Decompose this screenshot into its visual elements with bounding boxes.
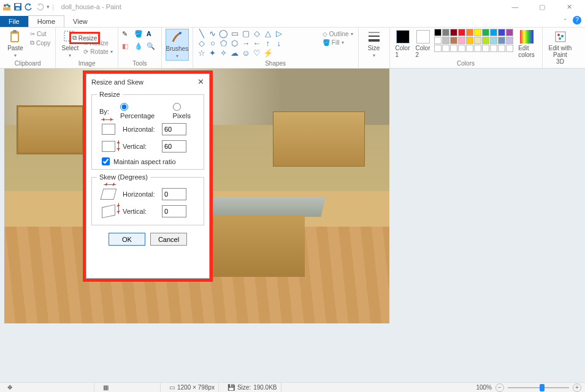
undo-icon[interactable]: [25, 2, 33, 11]
color-swatch[interactable]: [474, 29, 481, 36]
text-icon[interactable]: A: [147, 30, 158, 37]
maximize-button[interactable]: ▢: [533, 3, 551, 11]
color2-button[interactable]: Color2: [414, 29, 432, 59]
color-swatch[interactable]: [442, 37, 449, 44]
color-swatch[interactable]: [458, 37, 465, 44]
redo-icon[interactable]: [36, 2, 44, 11]
tab-view[interactable]: View: [64, 16, 96, 27]
eyedropper-icon[interactable]: 💧: [134, 42, 145, 50]
ok-button[interactable]: OK: [109, 233, 145, 246]
skew-fieldset: Skew (Degrees) Horizontal: Vertical:: [91, 173, 204, 225]
color-swatch[interactable]: [498, 29, 505, 36]
window-title: doll_house-a - Paint: [61, 3, 121, 10]
selection-icon: ▦: [99, 383, 161, 392]
color-swatch[interactable]: [490, 29, 497, 36]
cursor-pos-icon: ✥: [4, 383, 16, 392]
collapse-ribbon-icon[interactable]: ⌃: [563, 18, 568, 24]
chevron-down-icon: ▾: [14, 53, 17, 58]
copy-button[interactable]: ⧉Copy: [29, 39, 52, 47]
resize-icon: ⧉: [72, 34, 77, 42]
size-button[interactable]: Size ▾: [362, 29, 386, 59]
color-swatch[interactable]: [490, 45, 497, 52]
shape-outline-button[interactable]: ◇Outline▾: [321, 30, 354, 38]
tab-file[interactable]: File: [0, 16, 28, 27]
skew-v-input[interactable]: [162, 205, 186, 217]
resize-v-input[interactable]: [162, 140, 186, 153]
file-size: 💾Size: 190.0KB: [224, 383, 281, 392]
zoom-out-button[interactable]: −: [495, 383, 504, 392]
color-swatch[interactable]: [482, 45, 489, 52]
pencil-icon[interactable]: ✎: [122, 30, 133, 38]
radio-percentage[interactable]: Percentage: [120, 103, 162, 119]
tab-home[interactable]: Home: [28, 15, 64, 27]
color-swatch[interactable]: [498, 37, 505, 44]
paste-button[interactable]: Paste ▾: [4, 29, 27, 59]
qat-more-icon[interactable]: ▾: [47, 4, 50, 10]
color-swatch[interactable]: [506, 37, 513, 44]
zoom-in-button[interactable]: +: [573, 383, 581, 392]
dialog-title: Resize and Skew: [91, 78, 143, 86]
shapes-gallery[interactable]: ╲∿◯▭▢◇△▷ ◇○⬠⬡→←↑↓ ☆✦✧☁☺♡⚡: [197, 29, 317, 57]
color-swatch[interactable]: [466, 45, 473, 52]
edit-colors-button[interactable]: Editcolors: [515, 29, 538, 59]
color-swatch[interactable]: [442, 45, 449, 52]
help-icon[interactable]: ?: [573, 16, 581, 24]
paint3d-button[interactable]: Edit withPaint 3D: [546, 29, 575, 66]
color-swatch[interactable]: [450, 37, 457, 44]
radio-pixels[interactable]: Pixels: [173, 103, 199, 119]
group-clipboard: Paste ▾ ✂Cut ⧉Copy Clipboard: [0, 28, 56, 68]
minimize-button[interactable]: —: [507, 3, 524, 11]
aspect-ratio-checkbox[interactable]: [102, 157, 110, 165]
zoom-icon[interactable]: 🔍: [147, 42, 158, 50]
resize-v-icon: [102, 141, 115, 152]
color2-swatch: [416, 30, 430, 43]
color-swatch[interactable]: [434, 45, 442, 52]
color-swatch[interactable]: [474, 37, 481, 44]
save-icon[interactable]: [13, 2, 22, 11]
color-swatch[interactable]: [498, 45, 505, 52]
group-brushes: Brushes ▾: [162, 28, 193, 68]
color-swatch[interactable]: [434, 29, 442, 36]
resize-h-input[interactable]: [162, 123, 186, 135]
color-swatch[interactable]: [450, 45, 457, 52]
paint3d-icon: [554, 30, 567, 43]
dialog-close-button[interactable]: ✕: [197, 77, 204, 86]
color-swatch[interactable]: [458, 45, 465, 52]
color-swatch[interactable]: [474, 45, 481, 52]
brushes-button[interactable]: Brushes ▾: [166, 29, 189, 61]
color1-swatch: [396, 30, 410, 43]
skew-legend: Skew (Degrees): [97, 173, 150, 181]
color-swatch[interactable]: [450, 29, 457, 36]
size-icon: [367, 30, 381, 43]
eraser-icon[interactable]: ◧: [122, 42, 133, 50]
color-swatch[interactable]: [482, 29, 489, 36]
color-swatch[interactable]: [434, 37, 442, 44]
svg-rect-5: [15, 4, 20, 6]
color-swatch[interactable]: [466, 37, 473, 44]
color-swatch[interactable]: [506, 29, 513, 36]
close-button[interactable]: ✕: [560, 3, 578, 11]
resize-button-highlight[interactable]: ⧉ Resize: [69, 32, 100, 44]
statusbar: ✥ ▦ ▭1200 × 798px 💾Size: 190.0KB 100% − …: [0, 382, 585, 392]
color-swatch[interactable]: [506, 45, 513, 52]
group-label-clipboard: Clipboard: [4, 60, 52, 67]
zoom-slider[interactable]: [508, 387, 569, 388]
color-swatch[interactable]: [442, 29, 449, 36]
brush-icon: [170, 31, 184, 44]
cancel-button[interactable]: Cancel: [150, 233, 187, 246]
fill-icon[interactable]: 🪣: [134, 30, 145, 38]
color-swatch[interactable]: [466, 29, 473, 36]
color1-button[interactable]: Color1: [394, 29, 412, 59]
shape-fill-button[interactable]: 🪣Fill▾: [321, 39, 354, 47]
color-palette[interactable]: [434, 29, 513, 52]
fill-shape-icon: 🪣: [323, 39, 330, 46]
titlebar: ▾ | doll_house-a - Paint — ▢ ✕: [0, 0, 585, 13]
color-swatch[interactable]: [482, 37, 489, 44]
cut-button[interactable]: ✂Cut: [29, 30, 52, 38]
resize-fieldset: Resize By: Percentage Pixels Horizontal:…: [91, 91, 204, 170]
rotate-button[interactable]: ⟳Rotate▾: [82, 48, 113, 56]
resize-h-icon: [102, 124, 115, 135]
skew-h-input[interactable]: [162, 188, 186, 200]
color-swatch[interactable]: [458, 29, 465, 36]
color-swatch[interactable]: [490, 37, 497, 44]
